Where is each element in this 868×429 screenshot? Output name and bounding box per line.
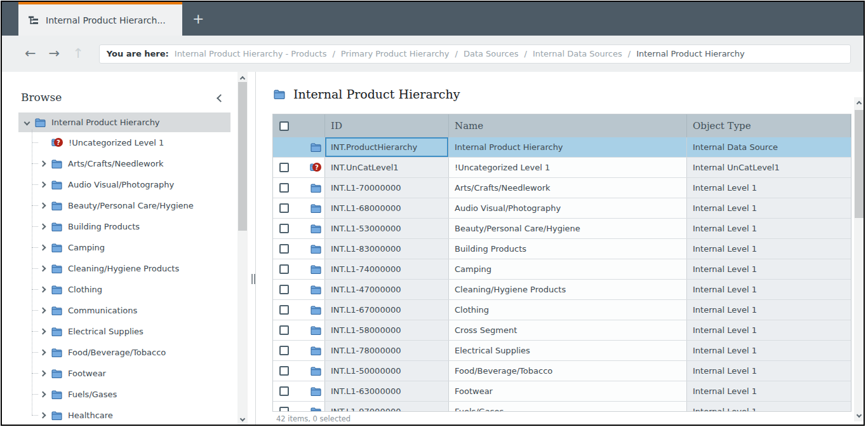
table-row[interactable]: INT.L1-74000000 Camping Internal Level 1 (273, 259, 851, 280)
table-row[interactable]: INT.ProductHierarchy Internal Product Hi… (273, 137, 851, 158)
chevron-right-icon[interactable] (40, 308, 46, 314)
row-checkbox[interactable] (279, 325, 289, 335)
chevron-right-icon[interactable] (40, 392, 46, 398)
folder-icon (51, 201, 62, 210)
row-checkbox[interactable] (279, 346, 289, 355)
tree-item[interactable]: Footwear (32, 363, 237, 384)
select-all-checkbox[interactable] (279, 121, 289, 131)
hierarchy-icon (28, 15, 39, 25)
chevron-right-icon[interactable] (40, 245, 46, 251)
chevron-right-icon[interactable] (40, 371, 46, 377)
tree-item-label: Electrical Supplies (68, 327, 144, 336)
row-select-cell (273, 198, 325, 218)
row-checkbox[interactable] (279, 386, 289, 396)
tree-item[interactable]: Food/Beverage/Tobacco (32, 342, 237, 363)
table-row[interactable]: INT.L1-68000000 Audio Visual/Photography… (273, 198, 851, 219)
row-checkbox[interactable] (279, 305, 289, 315)
table-scrollbar[interactable] (854, 97, 864, 421)
chevron-right-icon[interactable] (40, 350, 46, 356)
sidebar-collapse-button[interactable] (218, 92, 224, 104)
back-button[interactable]: ← (25, 47, 36, 60)
row-checkbox[interactable] (279, 244, 289, 254)
cell-name: Internal Product Hierarchy (449, 137, 687, 157)
status-bar: 42 items, 0 selected (272, 411, 851, 425)
folder-icon (310, 245, 321, 254)
table-row[interactable]: INT.L1-83000000 Building Products Intern… (273, 239, 851, 259)
table-row[interactable]: INT.L1-70000000 Arts/Crafts/Needlework I… (273, 178, 851, 198)
row-select-cell: ? (273, 158, 325, 177)
scrollbar-thumb[interactable] (855, 110, 864, 218)
chevron-right-icon[interactable] (40, 203, 46, 209)
chevron-right-icon[interactable] (40, 161, 46, 167)
table-row[interactable]: INT.L1-63000000 Footwear Internal Level … (273, 381, 851, 402)
cell-object-type: Internal Level 1 (687, 361, 851, 381)
tab-bar: Internal Product Hierarch... + (2, 2, 864, 36)
chevron-right-icon[interactable] (40, 412, 46, 419)
table-row[interactable]: INT.L1-97000000 Fuels/Gases Internal Lev… (273, 402, 851, 412)
chevron-right-icon[interactable] (40, 329, 46, 335)
column-header-name[interactable]: Name (449, 114, 687, 137)
table-row[interactable]: ? INT.UnCatLevel1 !Uncategorized Level 1… (273, 158, 851, 178)
breadcrumb-segment[interactable]: Internal Product Hierarchy - Products (175, 49, 327, 58)
column-header-id[interactable]: ID (325, 114, 449, 137)
tree-item[interactable]: Building Products (32, 216, 237, 237)
chevron-right-icon[interactable] (40, 182, 46, 188)
chevron-down-icon[interactable] (24, 119, 30, 126)
chevron-right-icon[interactable] (40, 266, 46, 272)
breadcrumb-segment[interactable]: Primary Product Hierarchy (341, 49, 450, 58)
tree-item[interactable]: Beauty/Personal Care/Hygiene (32, 195, 237, 216)
tree-item[interactable]: Clothing (32, 279, 237, 300)
cell-id: INT.L1-97000000 (325, 402, 449, 412)
tree-item[interactable]: Cleaning/Hygiene Products (32, 258, 237, 279)
tree-item[interactable]: Audio Visual/Photography (32, 174, 237, 195)
scroll-up-button[interactable] (854, 99, 864, 108)
cell-name: Electrical Supplies (449, 341, 687, 360)
row-checkbox[interactable] (279, 366, 289, 376)
row-checkbox[interactable] (279, 224, 289, 233)
scroll-down-button[interactable] (854, 411, 864, 419)
tree-guide-dots (32, 289, 38, 290)
tree-item[interactable]: Fuels/Gases (32, 384, 237, 405)
tree-item[interactable]: Arts/Crafts/Needlework (32, 153, 237, 174)
column-header-object-type[interactable]: Object Type (687, 114, 851, 137)
tree-item[interactable]: Camping (32, 237, 237, 258)
folder-icon (51, 306, 62, 315)
scrollbar-thumb[interactable] (238, 82, 247, 231)
table-row[interactable]: INT.L1-50000000 Food/Beverage/Tobacco In… (273, 361, 851, 381)
row-checkbox[interactable] (279, 264, 289, 274)
folder-icon (274, 90, 285, 99)
table-row[interactable]: INT.L1-58000000 Cross Segment Internal L… (273, 320, 851, 341)
row-checkbox[interactable] (279, 285, 289, 294)
breadcrumb-segment[interactable]: Internal Data Sources (533, 49, 622, 58)
sidebar-scrollbar[interactable] (237, 72, 248, 426)
row-checkbox[interactable] (279, 203, 289, 213)
table-row[interactable]: INT.L1-78000000 Electrical Supplies Inte… (273, 341, 851, 361)
breadcrumb-separator: / (628, 49, 631, 58)
tree-item[interactable]: ? !Uncategorized Level 1 (32, 132, 237, 153)
tab-internal-product-hierarchy[interactable]: Internal Product Hierarch... (18, 2, 182, 36)
folder-icon (310, 184, 321, 193)
scroll-down-button[interactable] (237, 414, 248, 423)
table-row[interactable]: INT.L1-53000000 Beauty/Personal Care/Hyg… (273, 219, 851, 239)
tree-item[interactable]: Electrical Supplies (32, 321, 237, 342)
tree-item[interactable]: Healthcare (32, 405, 237, 426)
breadcrumb-segment[interactable]: Internal Product Hierarchy (636, 49, 745, 58)
breadcrumb-segment[interactable]: Data Sources (464, 49, 519, 58)
up-button[interactable]: ↑ (72, 47, 84, 60)
tree-item[interactable]: Communications (32, 300, 237, 321)
chevron-right-icon[interactable] (40, 224, 46, 230)
tree-root-item[interactable]: Internal Product Hierarchy (18, 112, 230, 132)
cell-id: INT.L1-78000000 (325, 341, 449, 360)
forward-button[interactable]: → (49, 47, 60, 60)
chevron-right-icon[interactable] (40, 287, 46, 293)
new-tab-button[interactable]: + (182, 2, 214, 36)
row-checkbox[interactable] (279, 183, 289, 193)
row-checkbox[interactable] (279, 163, 289, 172)
tree-guide-dots (32, 394, 38, 395)
navigation-toolbar: ← → ↑ You are here: Internal Product Hie… (2, 36, 864, 72)
folder-icon (51, 285, 62, 294)
cell-id: INT.UnCatLevel1 (325, 158, 449, 177)
panel-splitter[interactable] (251, 274, 255, 284)
table-row[interactable]: INT.L1-67000000 Clothing Internal Level … (273, 300, 851, 320)
table-row[interactable]: INT.L1-47000000 Cleaning/Hygiene Product… (273, 280, 851, 300)
